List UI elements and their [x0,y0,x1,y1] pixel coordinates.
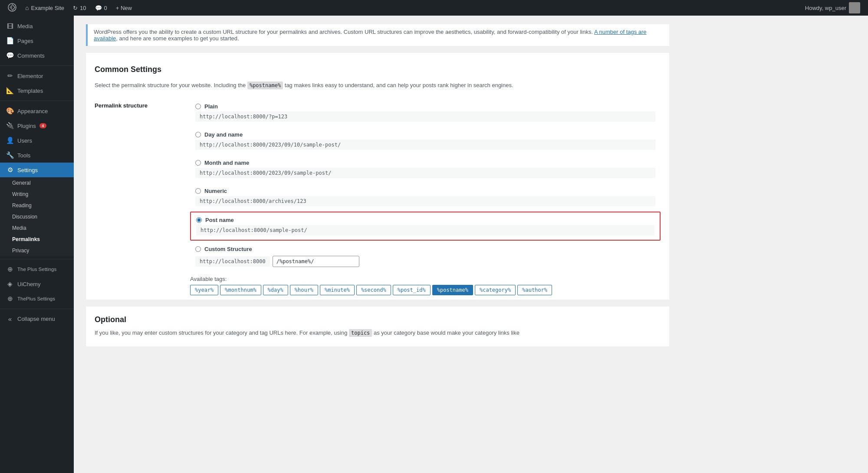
tools-icon: 🔧 [6,151,14,159]
month-and-name-url: http://localhost:8000/2023/09/sample-pos… [195,168,655,178]
sidebar-item-elementor[interactable]: ✏ Elementor [0,69,74,83]
optional-heading: Optional [95,315,661,324]
post-name-url: http://localhost:8000/sample-post/ [196,225,654,235]
month-and-name-label[interactable]: Month and name [204,160,249,166]
updates-link[interactable]: ↻ 10 [69,0,90,16]
sidebar-item-settings[interactable]: ⚙ Settings [0,163,74,177]
plain-url: http://localhost:8000/?p=123 [195,111,655,122]
common-settings-desc: Select the permalink structure for your … [95,81,661,90]
postname-code: %postname% [247,82,283,89]
day-and-name-label[interactable]: Day and name [204,131,243,138]
option-custom-structure: Custom Structure http://localhost:8000 [190,241,661,271]
numeric-radio[interactable] [195,188,201,194]
post-name-label[interactable]: Post name [205,217,234,223]
custom-structure-radio[interactable] [195,246,201,252]
new-content-button[interactable]: + New [112,0,136,16]
tag-postname[interactable]: %postname% [432,285,473,295]
permalink-structure-label: Permalink structure [95,99,190,295]
elementor-icon: ✏ [6,72,14,80]
sidebar-item-collapse[interactable]: « Collapse menu [0,312,74,326]
month-and-name-radio[interactable] [195,160,201,166]
tag-second[interactable]: %second% [356,285,391,295]
sidebar-item-templates[interactable]: 📐 Templates [0,83,74,98]
sidebar-item-comments[interactable]: 💬 Comments [0,48,74,63]
tag-minute[interactable]: %minute% [320,285,355,295]
sidebar-item-theplus2[interactable]: ⊕ ThePlus Settings [0,291,74,306]
available-tags-section: Available tags: %year% %monthnum% %day% … [190,276,661,295]
option-post-name: Post name http://localhost:8000/sample-p… [190,212,661,241]
layout: 🎞 Media 📄 Pages 💬 Comments ✏ Elementor 📐… [0,16,868,473]
submenu-discussion[interactable]: Discussion [0,211,74,222]
uichemy-icon: ◈ [6,280,14,288]
submenu-privacy[interactable]: Privacy [0,245,74,256]
day-and-name-url: http://localhost:8000/2023/09/10/sample-… [195,140,655,150]
numeric-url: http://localhost:8000/archives/123 [195,196,655,206]
comments-icon: 💬 [6,52,14,59]
optional-code: topics [349,329,372,337]
media-icon: 🎞 [6,23,14,30]
permalink-options: Plain http://localhost:8000/?p=123 Day a… [190,99,661,295]
tag-monthnum[interactable]: %monthnum% [220,285,261,295]
tag-author[interactable]: %author% [517,285,552,295]
comments-link[interactable]: 💬 0 [91,0,112,16]
pages-icon: 📄 [6,37,14,45]
submenu-permalinks[interactable]: Permalinks [0,234,74,245]
option-day-and-name: Day and name http://localhost:8000/2023/… [190,127,661,154]
option-numeric: Numeric http://localhost:8000/archives/1… [190,183,661,211]
day-and-name-radio[interactable] [195,132,201,137]
tag-year[interactable]: %year% [190,285,218,295]
submenu-media[interactable]: Media [0,222,74,234]
avatar [849,2,860,13]
page-content: WordPress offers you the ability to crea… [74,16,681,355]
sidebar-item-the-plus-settings[interactable]: ⊕ The Plus Settings [0,262,74,277]
available-tags-label: Available tags: [190,276,661,282]
submenu-writing[interactable]: Writing [0,189,74,200]
common-settings-section: Common Settings Select the permalink str… [86,53,669,300]
divider3 [0,259,74,259]
topbar-right: Howdy, wp_user [801,2,865,13]
divider [0,65,74,66]
sidebar-item-pages[interactable]: 📄 Pages [0,33,74,48]
sidebar: 🎞 Media 📄 Pages 💬 Comments ✏ Elementor 📐… [0,16,74,473]
topbar: ⌂ Example Site ↻ 10 💬 0 + New Howdy, wp_… [0,0,868,16]
tags-container: %year% %monthnum% %day% %hour% %minute% … [190,285,661,295]
sidebar-item-users[interactable]: 👤 Users [0,133,74,148]
custom-url-prefix: http://localhost:8000 [195,256,270,267]
divider2 [0,101,74,101]
permalink-structure-row: Permalink structure Plain http://localho… [95,99,661,295]
numeric-label[interactable]: Numeric [204,188,227,194]
optional-desc: If you like, you may enter custom struct… [95,329,661,338]
custom-structure-input[interactable] [273,256,359,267]
post-name-radio[interactable] [196,217,202,223]
submenu-general[interactable]: General [0,177,74,189]
sidebar-item-appearance[interactable]: 🎨 Appearance [0,104,74,118]
sidebar-item-tools[interactable]: 🔧 Tools [0,148,74,163]
custom-structure-input-row: http://localhost:8000 [195,256,655,267]
templates-icon: 📐 [6,87,14,95]
tag-hour[interactable]: %hour% [290,285,318,295]
custom-structure-label[interactable]: Custom Structure [204,246,252,252]
submenu-reading[interactable]: Reading [0,200,74,211]
plugins-badge: 4 [39,123,46,128]
user-info[interactable]: Howdy, wp_user [801,2,865,13]
option-plain: Plain http://localhost:8000/?p=123 [190,99,661,126]
optional-section: Optional If you like, you may enter cust… [86,307,669,346]
plain-label[interactable]: Plain [204,103,218,110]
collapse-icon: « [6,315,14,323]
main-content-area: WordPress offers you the ability to crea… [74,16,868,473]
wp-logo[interactable] [3,3,21,13]
divider4 [0,309,74,309]
site-name-link[interactable]: ⌂ Example Site [21,0,69,16]
settings-arrow [70,166,74,173]
info-banner: WordPress offers you the ability to crea… [86,24,669,46]
tag-category[interactable]: %category% [475,285,516,295]
sidebar-item-uichemy[interactable]: ◈ UiChemy [0,277,74,291]
plain-radio[interactable] [195,104,201,109]
plugins-icon: 🔌 [6,122,14,130]
tag-post-id[interactable]: %post_id% [393,285,431,295]
users-icon: 👤 [6,137,14,144]
sidebar-item-media[interactable]: 🎞 Media [0,19,74,33]
tag-day[interactable]: %day% [263,285,288,295]
theplus2-icon: ⊕ [6,295,14,303]
sidebar-item-plugins[interactable]: 🔌 Plugins 4 [0,118,74,133]
